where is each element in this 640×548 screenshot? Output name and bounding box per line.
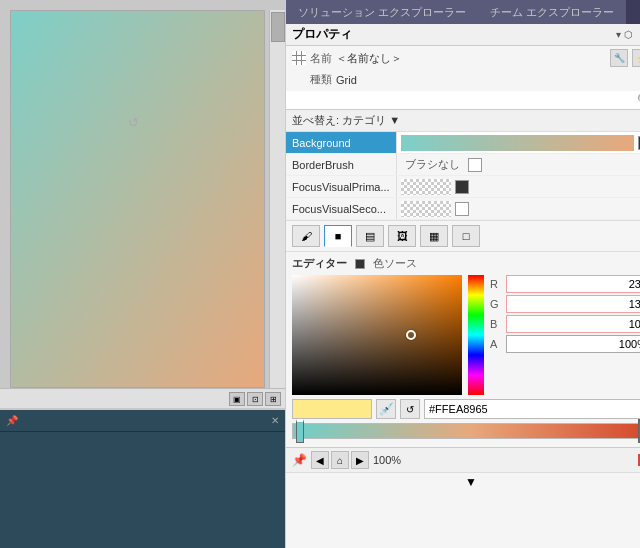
- lower-pin-icon: 📌: [6, 415, 18, 426]
- hex-input[interactable]: [424, 399, 640, 419]
- color-picker-canvas: [292, 275, 462, 395]
- props-controls: ▾ ⬡ ✕: [616, 28, 640, 41]
- wrench-button[interactable]: 🔧: [610, 49, 628, 67]
- editor-section: エディター 色ソース R G: [286, 252, 640, 443]
- lower-panel: 📌 ✕: [0, 410, 285, 548]
- g-input[interactable]: [506, 295, 640, 313]
- tab-solution-explorer[interactable]: ソリューション エクスプローラー: [286, 0, 478, 24]
- tab-icon-none[interactable]: □: [452, 225, 480, 247]
- r-input[interactable]: [506, 275, 640, 293]
- canvas-icon-1[interactable]: ▣: [229, 392, 245, 406]
- canvas-area: ▣ ⊡ ⊞ ↺ 📌 ✕: [0, 0, 285, 548]
- tab-team-explorer[interactable]: チーム エクスプローラー: [478, 0, 626, 24]
- prop-value-focusvisual1: [396, 176, 640, 197]
- property-list: Background BorderBrush ブラシなし FocusVisual…: [286, 132, 640, 221]
- editor-header: エディター 色ソース: [292, 256, 640, 271]
- tab-icon-linear[interactable]: ▤: [356, 225, 384, 247]
- nav-home-button[interactable]: ⌂: [331, 451, 349, 469]
- nav-arrows: ◀ ⌂ ▶: [311, 451, 369, 469]
- g-row: G: [490, 295, 640, 313]
- focusvisual1-square: [455, 180, 469, 194]
- props-pin-icon[interactable]: ▾ ⬡: [616, 29, 633, 40]
- reset-button[interactable]: ↺: [400, 399, 420, 419]
- a-row: A: [490, 335, 640, 353]
- name-row: 名前 ＜名前なし＞ 🔧 ⚡: [286, 46, 640, 70]
- zoom-value: 100%: [373, 454, 401, 466]
- type-value: Grid: [336, 74, 357, 86]
- prop-row-background[interactable]: Background: [286, 132, 640, 154]
- color-stops-gradient: [292, 423, 640, 439]
- nav-pin-icon: 📌: [292, 453, 307, 467]
- search-bar: 🔍: [286, 91, 640, 110]
- a-input[interactable]: [506, 335, 640, 353]
- right-panel: ソリューション エクスプローラー チーム エクスプローラー プロパティ ▾ ⬡ …: [285, 0, 640, 548]
- color-stops-bar: [292, 423, 640, 439]
- prop-value-borderbrush: ブラシなし: [396, 154, 640, 175]
- picker-cursor: [406, 330, 416, 340]
- canvas-icon-2[interactable]: ⊡: [247, 392, 263, 406]
- canvas-bottom-bar: ▣ ⊡ ⊞: [0, 388, 285, 408]
- prop-row-borderbrush[interactable]: BorderBrush ブラシなし: [286, 154, 640, 176]
- focusvisual2-square: [455, 202, 469, 216]
- editor-dot: [355, 259, 365, 269]
- name-value: ＜名前なし＞: [336, 51, 606, 66]
- rgba-inputs: R G B A: [490, 275, 640, 395]
- background-gradient-preview: [401, 135, 634, 151]
- color-dark: [292, 275, 462, 395]
- editor-main: R G B A: [292, 275, 640, 395]
- b-input[interactable]: [506, 315, 640, 333]
- bottom-arrow-down[interactable]: ▼: [286, 472, 640, 491]
- arrow-down-icon: ▼: [465, 475, 477, 489]
- tab-icon-image[interactable]: 🖼: [388, 225, 416, 247]
- design-canvas: [10, 10, 265, 388]
- lightning-button[interactable]: ⚡: [632, 49, 640, 67]
- top-tabs: ソリューション エクスプローラー チーム エクスプローラー: [286, 0, 640, 24]
- color-source-label: 色ソース: [373, 256, 417, 271]
- brush-text: ブラシなし: [401, 157, 464, 172]
- color-preview-row: 💉 ↺: [292, 399, 640, 419]
- scroll-thumb[interactable]: [271, 12, 285, 42]
- r-label: R: [490, 278, 502, 290]
- prop-name-focusvisual2: FocusVisualSeco...: [286, 203, 396, 215]
- b-label: B: [490, 318, 502, 330]
- category-label: 並べ替え: カテゴリ ▼: [292, 113, 400, 128]
- prop-row-focusvisual2[interactable]: FocusVisualSeco...: [286, 198, 640, 220]
- eyedropper-button[interactable]: 💉: [376, 399, 396, 419]
- type-row: 種類 Grid: [286, 70, 640, 91]
- canvas-scroll-right[interactable]: [269, 10, 285, 388]
- tab-icon-solid[interactable]: ■: [324, 225, 352, 247]
- lower-panel-header: 📌 ✕: [0, 410, 285, 432]
- color-preview-box: [292, 399, 372, 419]
- editor-label: エディター: [292, 256, 347, 271]
- category-header[interactable]: 並べ替え: カテゴリ ▼: [286, 110, 640, 132]
- borderbrush-square: [468, 158, 482, 172]
- b-row: B: [490, 315, 640, 333]
- prop-value-focusvisual2: [396, 198, 640, 219]
- checkered-preview-2: [401, 201, 451, 217]
- prop-row-focusvisual1[interactable]: FocusVisualPrima...: [286, 176, 640, 198]
- a-label: A: [490, 338, 502, 350]
- stop-marker-left[interactable]: [296, 419, 304, 443]
- tab-icon-brush[interactable]: 🖌: [292, 225, 320, 247]
- tab-icon-pattern[interactable]: ▦: [420, 225, 448, 247]
- properties-header: プロパティ ▾ ⬡ ✕: [286, 24, 640, 46]
- search-input[interactable]: [290, 94, 637, 106]
- rotate-icon: ↺: [128, 115, 139, 130]
- canvas-icon-3[interactable]: ⊞: [265, 392, 281, 406]
- nav-back-button[interactable]: ◀: [311, 451, 329, 469]
- bottom-nav: 📌 ◀ ⌂ ▶ 100%: [286, 447, 640, 472]
- hue-bar[interactable]: [468, 275, 484, 395]
- color-picker[interactable]: [292, 275, 462, 395]
- properties-title: プロパティ: [292, 26, 352, 43]
- nav-forward-button[interactable]: ▶: [351, 451, 369, 469]
- type-label: 種類: [310, 72, 332, 87]
- name-label: 名前: [310, 51, 332, 66]
- lower-close-icon[interactable]: ✕: [271, 415, 279, 426]
- g-label: G: [490, 298, 502, 310]
- tab-icons-row: 🖌 ■ ▤ 🖼 ▦ □: [286, 221, 640, 252]
- prop-name-background: Background: [286, 137, 396, 149]
- grid-icon: [292, 51, 306, 65]
- prop-value-background: [396, 132, 640, 153]
- r-row: R: [490, 275, 640, 293]
- prop-name-focusvisual1: FocusVisualPrima...: [286, 181, 396, 193]
